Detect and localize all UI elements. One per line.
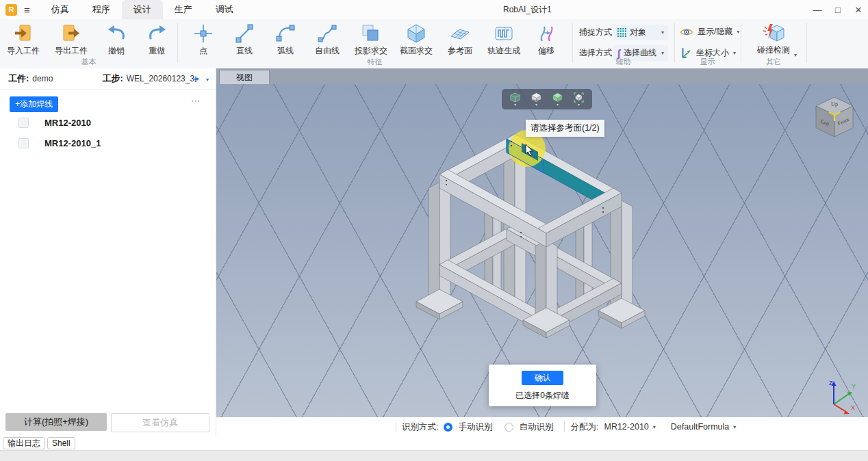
group-label-display: 显示 [674, 57, 741, 67]
trajectory-generate-button[interactable]: 轨迹生成 [481, 22, 526, 57]
add-weld-line-button[interactable]: +添加焊线 [10, 96, 58, 112]
view-tab[interactable]: 视图 [219, 70, 270, 84]
weld-list-item[interactable]: MR12-2010 [0, 115, 216, 130]
sidebar-bottom-buttons: 计算(拍照+焊接) 查看仿真 [0, 413, 221, 432]
wireframe-mode-button[interactable]: ▾ [509, 92, 521, 107]
select-mode-button[interactable]: ▾ [573, 92, 585, 107]
chevron-down-icon: ▾ [514, 103, 516, 107]
more-options-icon[interactable]: ⋯ [191, 96, 201, 106]
offset-icon [536, 23, 557, 44]
chevron-down-icon[interactable]: ▾ [206, 77, 209, 83]
recognition-mode-label: 识别方式: [402, 421, 438, 433]
select-cube-icon [573, 92, 585, 103]
add-step-button[interactable]: ＋ [190, 73, 201, 85]
projection-intersect-icon [361, 23, 381, 44]
step-selector[interactable]: WEL_20260123_3 [127, 74, 194, 83]
item-checkbox[interactable] [18, 138, 29, 148]
shaded-mode-button[interactable]: ▾ [552, 92, 563, 107]
selection-status-text: 已选择0条焊缝 [489, 390, 596, 401]
projection-intersect-button[interactable]: 投影求交 [348, 22, 394, 57]
section-intersect-icon [406, 23, 426, 44]
manual-recognition-radio[interactable] [444, 423, 452, 432]
item-name: MR12-2010_1 [44, 138, 101, 148]
point-button[interactable]: 点 [183, 22, 224, 57]
tab-design[interactable]: 设计 [122, 0, 163, 19]
view-simulation-button[interactable]: 查看仿真 [111, 413, 209, 432]
sidebar-header: 工件: demo 工步: WEL_20260123_3 ▾ ＋ ▾ [0, 68, 216, 90]
scene-3d-canvas[interactable]: ▾ Solid ▾ ▾ ▾ 请选择参考面(1/2) [216, 84, 868, 417]
item-checkbox[interactable] [18, 118, 29, 128]
maximize-button[interactable]: □ [832, 5, 843, 15]
display-mode-toolbar: ▾ Solid ▾ ▾ ▾ [502, 89, 592, 109]
green-cube-icon [552, 92, 563, 103]
status-strip [0, 450, 868, 461]
ribbon-group-display: 显示/隐藏 ▾ 坐标大小 ▾ 显示 [674, 19, 741, 68]
export-workpiece-button[interactable]: 导出工件 [47, 22, 96, 57]
assign-target-select[interactable]: MR12-2010 ▾ [604, 422, 655, 432]
solid-cube-icon: Solid [531, 92, 542, 103]
chevron-down-icon: ▾ [578, 103, 580, 107]
auto-recognition-radio[interactable] [505, 423, 513, 432]
ribbon-group-feature: 点 直线 弧线 自由线 投影求交 [177, 19, 572, 68]
divider [396, 421, 396, 432]
snap-mode-dropdown[interactable]: 对象 ▾ [613, 25, 668, 40]
chevron-down-icon: ▾ [733, 50, 736, 56]
shell-tab[interactable]: Shell [47, 437, 75, 449]
window-controls: — □ ✕ [812, 0, 864, 19]
arc-button[interactable]: 弧线 [265, 22, 306, 57]
minimize-button[interactable]: — [812, 5, 823, 15]
snap-mode-label: 捕捉方式 [579, 27, 612, 38]
auto-recognition-label[interactable]: 自动识别 [519, 421, 553, 433]
group-label-basic: 基本 [0, 57, 177, 67]
collision-detect-button[interactable]: 碰撞检测 [741, 19, 806, 56]
freeline-icon [317, 23, 337, 44]
wireframe-cube-icon [509, 92, 521, 103]
line-button[interactable]: 直线 [224, 22, 265, 57]
x-axis-label: X [851, 404, 855, 411]
weld-list-item[interactable]: MR12-2010_1 [0, 135, 216, 150]
import-workpiece-button[interactable]: 导入工件 [0, 22, 47, 57]
export-workpiece-icon [61, 23, 81, 44]
tab-simulation[interactable]: 仿真 [40, 0, 81, 19]
menu-tabs: 仿真 程序 设计 生产 调试 [40, 0, 245, 19]
tab-program[interactable]: 程序 [81, 0, 122, 19]
manual-recognition-label[interactable]: 手动识别 [458, 421, 492, 433]
svg-text:Solid: Solid [533, 98, 539, 101]
point-icon [193, 23, 214, 44]
viewcube-up-label[interactable]: Up [831, 101, 838, 107]
group-label-aux: 辅助 [572, 57, 674, 67]
window-title: RobAI_设计1 [503, 0, 552, 19]
selection-tooltip: 请选择参考面(1/2) [526, 120, 604, 137]
section-intersect-button[interactable]: 截面求交 [394, 22, 439, 57]
output-log-tab[interactable]: 输出日志 [3, 437, 45, 449]
formula-select[interactable]: DefaultFormula ▾ [671, 422, 736, 432]
compute-button[interactable]: 计算(拍照+焊接) [5, 413, 107, 431]
divider [564, 421, 565, 432]
reference-plane-button[interactable]: 参考面 [439, 22, 481, 57]
app-window: R ≡ 仿真 程序 设计 生产 调试 RobAI_设计1 — □ ✕ 导入工件 [0, 0, 868, 461]
chevron-down-icon: ▾ [661, 50, 664, 56]
confirm-button[interactable]: 确认 [522, 371, 563, 385]
tab-production[interactable]: 生产 [163, 0, 204, 19]
offset-button[interactable]: 偏移 [526, 22, 566, 57]
chevron-down-icon: ▾ [557, 103, 559, 107]
import-workpiece-icon [13, 23, 34, 44]
freeline-button[interactable]: 自由线 [306, 22, 348, 57]
workpiece-value: demo [32, 74, 53, 83]
show-hide-button[interactable]: 显示/隐藏 ▾ [680, 26, 739, 38]
hamburger-menu-icon[interactable]: ≡ [24, 4, 30, 16]
tab-debug[interactable]: 调试 [204, 0, 245, 19]
close-button[interactable]: ✕ [853, 5, 864, 15]
arc-icon [275, 23, 296, 44]
solid-mode-button[interactable]: Solid ▾ [531, 92, 542, 107]
redo-button[interactable]: 重做 [137, 22, 177, 57]
step-label: 工步: [102, 73, 123, 85]
y-axis-label: Y [852, 383, 856, 390]
sidebar: 工件: demo 工步: WEL_20260123_3 ▾ ＋ ▾ +添加焊线 … [0, 68, 216, 436]
app-logo: R [5, 4, 17, 16]
undo-button[interactable]: 撤销 [96, 22, 137, 57]
chevron-down-icon: ▾ [535, 103, 537, 107]
view-cube[interactable]: Up Left Front [812, 94, 857, 142]
eye-icon [680, 27, 693, 37]
trajectory-generate-icon [494, 23, 514, 44]
